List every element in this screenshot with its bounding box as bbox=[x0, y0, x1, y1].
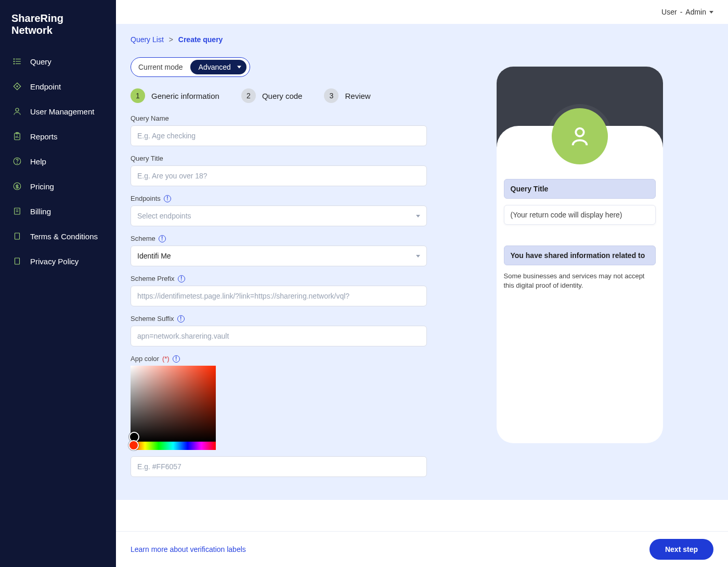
query-name-input[interactable] bbox=[131, 125, 427, 146]
chevron-down-icon[interactable] bbox=[709, 11, 713, 14]
sidebar-item-user-management[interactable]: User Management bbox=[0, 99, 116, 124]
mode-value: Advanced bbox=[199, 63, 231, 71]
sidebar-item-help[interactable]: Help bbox=[0, 149, 116, 174]
sidebar-item-billing[interactable]: Billing bbox=[0, 199, 116, 224]
info-icon[interactable]: ! bbox=[178, 275, 185, 282]
stepper: 1 Generic information 2 Query code 3 Rev… bbox=[131, 88, 427, 103]
info-icon[interactable]: ! bbox=[173, 355, 180, 363]
breadcrumb-sep: > bbox=[169, 35, 173, 44]
step-number: 1 bbox=[131, 88, 145, 103]
sidebar-item-privacy[interactable]: Privacy Policy bbox=[0, 249, 116, 274]
step-number: 3 bbox=[324, 88, 339, 103]
user-icon bbox=[568, 124, 592, 148]
user-icon bbox=[12, 107, 22, 116]
svg-rect-19 bbox=[15, 233, 20, 239]
sidebar: ShareRing Network Query Endpoint User Ma… bbox=[0, 0, 116, 567]
step-label: Generic information bbox=[151, 92, 219, 100]
scheme-prefix-input[interactable] bbox=[131, 286, 427, 306]
document-icon bbox=[12, 256, 22, 266]
mode-label: Current mode bbox=[138, 63, 183, 71]
document-icon bbox=[12, 231, 22, 241]
svg-point-6 bbox=[17, 86, 18, 87]
query-title-label: Query Title bbox=[131, 154, 427, 162]
sidebar-item-label: Privacy Policy bbox=[30, 257, 79, 266]
preview-disclaimer: Some businesses and services may not acc… bbox=[504, 272, 656, 290]
step-label: Review bbox=[345, 92, 370, 100]
chevron-down-icon bbox=[237, 66, 241, 69]
help-icon bbox=[12, 157, 22, 166]
info-icon[interactable]: ! bbox=[177, 315, 185, 323]
sidebar-item-pricing[interactable]: Pricing bbox=[0, 174, 116, 199]
chevron-down-icon bbox=[416, 215, 420, 217]
svg-point-3 bbox=[14, 59, 15, 60]
brand-title: ShareRing Network bbox=[0, 5, 116, 49]
color-picker-hue-cursor[interactable] bbox=[128, 440, 139, 450]
main-area: User - Admin Query List > Create query C… bbox=[116, 0, 728, 567]
info-icon[interactable]: ! bbox=[164, 195, 171, 202]
phone-preview: Query Title (Your return code will displ… bbox=[497, 67, 663, 443]
step-query-code[interactable]: 2 Query code bbox=[241, 88, 303, 103]
svg-point-7 bbox=[16, 108, 19, 111]
sidebar-item-terms[interactable]: Terms & Conditions bbox=[0, 224, 116, 249]
breadcrumb-parent[interactable]: Query List bbox=[131, 35, 164, 44]
endpoints-label: Endpoints bbox=[131, 195, 161, 202]
scheme-suffix-label: Scheme Suffix bbox=[131, 315, 174, 323]
next-step-button[interactable]: Next step bbox=[649, 539, 713, 560]
sidebar-item-label: User Management bbox=[30, 107, 94, 116]
breadcrumb-current: Create query bbox=[178, 35, 223, 44]
user-role[interactable]: Admin bbox=[685, 8, 706, 16]
preview-return-band: (Your return code will display here) bbox=[504, 205, 656, 225]
learn-more-link[interactable]: Learn more about verification labels bbox=[131, 545, 246, 553]
sidebar-item-label: Help bbox=[30, 157, 46, 166]
dollar-icon bbox=[12, 182, 22, 191]
sidebar-item-endpoint[interactable]: Endpoint bbox=[0, 74, 116, 99]
list-icon bbox=[12, 57, 22, 66]
phone-header bbox=[497, 67, 663, 148]
topbar: User - Admin bbox=[116, 0, 728, 24]
sidebar-item-label: Query bbox=[30, 57, 51, 66]
scheme-select[interactable]: Identifi Me bbox=[131, 246, 427, 266]
svg-point-4 bbox=[14, 61, 15, 62]
scheme-prefix-label: Scheme Prefix bbox=[131, 275, 175, 282]
sidebar-item-label: Reports bbox=[30, 132, 58, 141]
sidebar-item-label: Endpoint bbox=[30, 82, 61, 91]
scheme-label: Scheme bbox=[131, 235, 155, 242]
scheme-suffix-input[interactable] bbox=[131, 326, 427, 346]
app-color-label: App color bbox=[131, 355, 159, 363]
sidebar-item-reports[interactable]: Reports bbox=[0, 124, 116, 149]
sidebar-item-label: Pricing bbox=[30, 182, 54, 191]
mode-value-pill[interactable]: Advanced bbox=[190, 60, 246, 74]
sidebar-item-label: Billing bbox=[30, 207, 51, 216]
svg-point-14 bbox=[17, 163, 18, 163]
footer: Learn more about verification labels Nex… bbox=[116, 531, 728, 567]
user-label: User bbox=[661, 8, 677, 16]
query-title-input[interactable] bbox=[131, 165, 427, 186]
info-icon[interactable]: ! bbox=[159, 235, 166, 242]
endpoints-placeholder: Select endpoints bbox=[137, 212, 191, 220]
mode-selector[interactable]: Current mode Advanced bbox=[131, 57, 250, 77]
query-name-label: Query Name bbox=[131, 114, 427, 122]
sidebar-item-label: Terms & Conditions bbox=[30, 232, 98, 241]
scheme-value: Identifi Me bbox=[137, 252, 171, 260]
color-picker-saturation[interactable] bbox=[131, 366, 216, 442]
user-sep: - bbox=[680, 8, 683, 16]
step-review[interactable]: 3 Review bbox=[324, 88, 370, 103]
chevron-down-icon bbox=[416, 255, 420, 257]
sidebar-item-query[interactable]: Query bbox=[0, 49, 116, 74]
app-color-hex-input[interactable] bbox=[131, 456, 427, 477]
svg-rect-16 bbox=[15, 208, 20, 214]
color-picker-hue[interactable] bbox=[131, 442, 216, 450]
svg-point-5 bbox=[14, 63, 15, 65]
step-number: 2 bbox=[241, 88, 256, 103]
clipboard-icon bbox=[12, 132, 22, 141]
svg-rect-20 bbox=[15, 258, 20, 264]
target-icon bbox=[12, 82, 22, 91]
preview-shared-band: You have shared information related to bbox=[504, 246, 656, 265]
receipt-icon bbox=[12, 207, 22, 216]
step-label: Query code bbox=[262, 92, 303, 100]
endpoints-select[interactable]: Select endpoints bbox=[131, 205, 427, 226]
step-generic-info[interactable]: 1 Generic information bbox=[131, 88, 219, 103]
breadcrumb: Query List > Create query bbox=[131, 35, 427, 44]
svg-point-21 bbox=[576, 128, 583, 136]
required-marker: (*) bbox=[162, 355, 170, 363]
